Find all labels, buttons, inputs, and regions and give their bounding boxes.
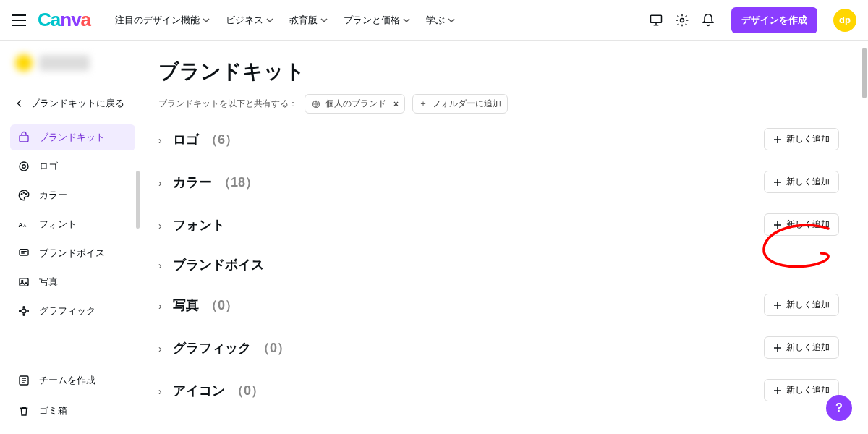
- nav-business[interactable]: ビジネス: [226, 14, 273, 27]
- add-new-button[interactable]: 新しく追加: [764, 171, 839, 193]
- section-header[interactable]: ›ブランドボイス: [158, 256, 264, 273]
- section-count: （0）: [205, 297, 238, 314]
- section-row: ›カラー（18）新しく追加: [158, 171, 839, 193]
- team-info-blurred: [13, 52, 100, 81]
- section-title: ブランドボイス: [173, 256, 264, 273]
- team-icon: [17, 374, 30, 387]
- sidebar-item-label: カラー: [39, 189, 67, 202]
- top-nav: 注目のデザイン機能 ビジネス 教育版 プランと価格 学ぶ: [115, 14, 455, 27]
- sidebar-item-label: ブランドキット: [39, 131, 105, 144]
- main-scrollbar[interactable]: [862, 48, 867, 98]
- trash-icon: [17, 404, 30, 417]
- gear-icon[interactable]: [675, 13, 689, 27]
- add-new-button[interactable]: 新しく追加: [764, 336, 839, 359]
- sidebar-item-label: ブランドボイス: [39, 247, 105, 260]
- sidebar-list: ブランドキット ロゴ カラー AA フォント ブランドボイス 写真: [10, 124, 135, 324]
- plus-icon: [773, 386, 782, 395]
- desktop-icon[interactable]: [649, 13, 663, 27]
- add-folder-chip[interactable]: ＋ フォルダーに追加: [412, 94, 508, 114]
- chevron-down-icon: [266, 17, 273, 24]
- svg-rect-0: [651, 15, 662, 22]
- nav-pricing[interactable]: プランと価格: [344, 14, 410, 27]
- chevron-right-icon: ›: [158, 220, 167, 231]
- chip-remove[interactable]: ×: [393, 99, 399, 109]
- sidebar-item-brandkit[interactable]: ブランドキット: [10, 124, 135, 150]
- graphic-icon: [17, 305, 30, 318]
- back-to-brandkits[interactable]: ブランドキットに戻る: [14, 97, 135, 110]
- section-title: フォント: [173, 216, 225, 234]
- add-new-button[interactable]: 新しく追加: [764, 213, 839, 236]
- section-title: グラフィック: [173, 339, 251, 357]
- sidebar-item-voice[interactable]: ブランドボイス: [10, 240, 135, 266]
- svg-rect-10: [20, 278, 28, 286]
- svg-point-5: [23, 192, 25, 194]
- plus-icon: [773, 221, 782, 229]
- chevron-right-icon: ›: [158, 386, 167, 397]
- section-row: ›グラフィック（0）新しく追加: [158, 336, 839, 359]
- section-header[interactable]: ›フォント: [158, 216, 225, 234]
- section-row: ›写真（0）新しく追加: [158, 294, 839, 316]
- section-row: ›ロゴ（6）新しく追加: [158, 128, 839, 150]
- section-count: （6）: [205, 131, 238, 148]
- sidebar-item-graphic[interactable]: グラフィック: [10, 298, 135, 324]
- svg-point-4: [21, 194, 22, 195]
- svg-point-16: [27, 310, 28, 312]
- share-row: ブランドキットを以下と共有する： 個人のブランド × ＋ フォルダーに追加: [158, 94, 839, 114]
- nav-learn[interactable]: 学ぶ: [426, 14, 455, 27]
- menu-icon[interactable]: [12, 14, 26, 26]
- section-header[interactable]: ›アイコン（0）: [158, 382, 264, 399]
- sidebar-item-font[interactable]: AA フォント: [10, 211, 135, 237]
- add-new-button[interactable]: 新しく追加: [764, 128, 839, 150]
- trash[interactable]: ゴミ箱: [10, 398, 135, 424]
- chevron-down-icon: [320, 17, 328, 24]
- chevron-right-icon: ›: [158, 260, 167, 271]
- chevron-right-icon: ›: [158, 177, 167, 189]
- svg-point-15: [20, 310, 21, 312]
- chevron-down-icon: [403, 17, 410, 24]
- nav-featured[interactable]: 注目のデザイン機能: [115, 14, 210, 27]
- sidebar-scrollbar[interactable]: [136, 171, 140, 229]
- page-title: ブランドキット: [158, 58, 839, 85]
- section-row: ›アイコン（0）新しく追加: [158, 379, 839, 401]
- font-icon: AA: [17, 218, 30, 231]
- svg-point-13: [23, 307, 25, 308]
- bell-icon[interactable]: [701, 13, 715, 27]
- share-chip[interactable]: 個人のブランド ×: [305, 94, 405, 114]
- plus-icon: [773, 135, 782, 144]
- palette-icon: [17, 189, 30, 202]
- add-new-button[interactable]: 新しく追加: [764, 379, 839, 401]
- svg-rect-9: [20, 250, 28, 255]
- svg-rect-2: [20, 135, 28, 142]
- create-team[interactable]: チームを作成: [10, 367, 135, 393]
- sidebar-item-color[interactable]: カラー: [10, 182, 135, 208]
- help-fab[interactable]: ?: [826, 395, 852, 421]
- plus-icon: [773, 178, 782, 187]
- sidebar-item-photo[interactable]: 写真: [10, 269, 135, 295]
- svg-point-6: [25, 194, 27, 195]
- nav-education[interactable]: 教育版: [289, 14, 328, 27]
- top-icons: デザインを作成 dp: [649, 7, 856, 33]
- svg-point-3: [20, 162, 28, 171]
- logo-icon: [17, 160, 30, 173]
- create-design-button[interactable]: デザインを作成: [731, 7, 817, 33]
- svg-point-14: [23, 314, 25, 315]
- section-title: 写真: [173, 297, 199, 314]
- add-new-button[interactable]: 新しく追加: [764, 294, 839, 316]
- sidebar-item-label: ロゴ: [39, 160, 58, 173]
- avatar[interactable]: dp: [833, 9, 856, 32]
- section-header[interactable]: ›カラー（18）: [158, 174, 258, 191]
- section-header[interactable]: ›グラフィック（0）: [158, 339, 290, 357]
- section-count: （18）: [218, 174, 258, 191]
- canva-logo[interactable]: Canva: [38, 9, 90, 31]
- sidebar-item-logo[interactable]: ロゴ: [10, 153, 135, 179]
- section-count: （0）: [231, 382, 264, 399]
- plus-icon: [773, 344, 782, 352]
- sidebar-item-label: 写真: [39, 276, 58, 289]
- brandkit-icon: [17, 131, 30, 144]
- section-row: ›ブランドボイス: [158, 256, 839, 273]
- main-content: ブランドキット ブランドキットを以下と共有する： 個人のブランド × ＋ フォル…: [141, 41, 868, 434]
- section-title: ロゴ: [173, 131, 199, 148]
- section-header[interactable]: ›ロゴ（6）: [158, 131, 238, 148]
- section-header[interactable]: ›写真（0）: [158, 297, 238, 314]
- photo-icon: [17, 276, 30, 289]
